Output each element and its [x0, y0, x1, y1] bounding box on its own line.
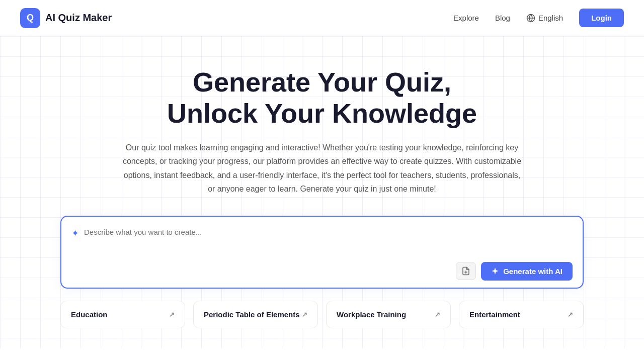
nav-right: Explore Blog English Login	[453, 9, 624, 27]
category-label: Education	[71, 310, 108, 319]
nav-link-explore[interactable]: Explore	[453, 14, 479, 22]
arrow-icon: ↗	[568, 311, 573, 318]
category-card-periodic-table[interactable]: Periodic Table of Elements ↗	[193, 301, 318, 328]
language-label: English	[538, 14, 563, 22]
arrow-icon: ↗	[435, 311, 440, 318]
quiz-description-input[interactable]	[84, 227, 573, 257]
navbar: Q AI Quiz Maker Explore Blog English Log…	[0, 0, 644, 36]
content-wrapper: Generate Your Quiz, Unlock Your Knowledg…	[20, 66, 624, 328]
category-card-entertainment[interactable]: Entertainment ↗	[459, 301, 584, 328]
category-card-education[interactable]: Education ↗	[60, 301, 185, 328]
generate-button[interactable]: Generate with AI	[481, 262, 573, 281]
hero-headline: Generate Your Quiz, Unlock Your Knowledg…	[20, 66, 624, 129]
file-icon	[461, 266, 470, 276]
categories-grid: Education ↗ Periodic Table of Elements ↗…	[60, 301, 584, 328]
sparkle-icon: ✦	[71, 228, 79, 239]
category-label: Periodic Table of Elements	[204, 310, 300, 319]
logo[interactable]: Q AI Quiz Maker	[20, 8, 112, 28]
headline-line1: Generate Your Quiz,	[193, 67, 451, 97]
generate-label: Generate with AI	[503, 267, 562, 276]
input-bottom: Generate with AI	[71, 262, 573, 281]
nav-link-blog[interactable]: Blog	[495, 14, 510, 22]
language-selector[interactable]: English	[526, 14, 563, 23]
category-card-workplace-training[interactable]: Workplace Training ↗	[326, 301, 451, 328]
arrow-icon: ↗	[169, 311, 175, 318]
arrow-icon: ↗	[302, 311, 307, 318]
login-button[interactable]: Login	[579, 9, 624, 27]
main-content: Generate Your Quiz, Unlock Your Knowledg…	[0, 36, 644, 348]
hero-subtitle: Our quiz tool makes learning engaging an…	[121, 141, 523, 196]
logo-icon: Q	[20, 8, 40, 28]
input-top: ✦	[71, 227, 573, 257]
category-label: Workplace Training	[337, 310, 406, 319]
quiz-input-container: ✦ Generate with AI	[60, 216, 584, 289]
app-name: AI Quiz Maker	[45, 12, 112, 24]
globe-icon	[526, 14, 535, 23]
category-label: Entertainment	[469, 310, 520, 319]
file-upload-button[interactable]	[456, 262, 476, 280]
headline-line2: Unlock Your Knowledge	[167, 98, 477, 128]
ai-sparkle-icon	[491, 267, 499, 275]
